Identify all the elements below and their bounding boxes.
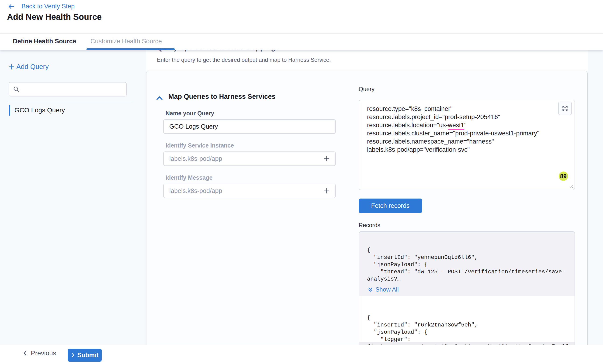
show-all-link[interactable]: Show All (368, 286, 568, 293)
sidebar-item-gco-logs-query[interactable]: GCO Logs Query (9, 105, 65, 116)
query-line: resource.type="k8s_container" (367, 105, 567, 113)
record-json-line: analysis?… (367, 275, 568, 283)
right-margin-strip (588, 49, 603, 345)
name-your-query-label: Name your Query (166, 110, 214, 117)
active-tab-underline (86, 48, 175, 50)
add-query-button[interactable]: Add Query (8, 63, 49, 71)
record-json-line: "insertId": "r6rk2tnah3owf5eh", (367, 321, 568, 329)
record-json-line: "io.harness.service.intfc.ContinuousVeri… (367, 343, 568, 345)
query-name-input[interactable] (169, 123, 330, 130)
back-to-verify-step-link[interactable]: Back to Verify Step (7, 3, 75, 10)
query-line: resource.labels.namespace_name="harness" (367, 137, 567, 146)
record-card-2: { "insertId": "r6rk2tnah3owf5eh", "jsonP… (367, 314, 568, 345)
collapse-section-toggle[interactable] (156, 95, 163, 101)
add-health-source-page: Back to Verify Step Add New Health Sourc… (0, 0, 603, 364)
records-panel: { "insertId": "yennepun0qtd6ll6", "jsonP… (359, 231, 575, 345)
previous-label: Previous (31, 350, 56, 357)
show-all-label: Show All (375, 286, 399, 293)
back-link-label: Back to Verify Step (22, 3, 75, 10)
service-instance-field-wrap (163, 151, 336, 166)
record-json-line: "logger": (367, 336, 568, 343)
submit-label: Submit (77, 352, 99, 359)
message-input[interactable] (169, 187, 320, 195)
chevron-left-icon (22, 350, 27, 356)
service-instance-input[interactable] (169, 155, 320, 163)
tab-customize-health-source[interactable]: Customize Health Source (91, 38, 162, 45)
sidebar-divider (9, 102, 132, 102)
fullscreen-expand-icon (561, 105, 568, 112)
tab-bar: Define Health Source Customize Health So… (0, 33, 603, 50)
add-message-path-icon[interactable] (323, 187, 330, 194)
query-line: resource.labels.project_id="prod-setup-2… (367, 113, 567, 121)
double-chevron-down-icon (368, 287, 373, 293)
map-queries-section-title: Map Queries to Harness Services (168, 93, 275, 101)
query-search-box (9, 82, 127, 96)
arrow-left-icon (7, 3, 15, 10)
record-card-1: { "insertId": "yennepun0qtd6ll6", "jsonP… (359, 232, 575, 296)
resize-grip-icon[interactable] (569, 184, 573, 189)
query-textarea[interactable]: resource.type="k8s_container" resource.l… (359, 100, 575, 190)
add-query-label: Add Query (16, 63, 49, 71)
section-subtitle: Enter the query to get the desired outpu… (157, 57, 331, 63)
selected-query-indicator (9, 105, 10, 116)
query-line: resource.labels.location="us-west1" (367, 121, 567, 129)
identify-message-label: Identify Message (166, 174, 212, 181)
query-line: labels.k8s-pod/app="verification-svc" (367, 146, 567, 154)
add-service-instance-path-icon[interactable] (323, 155, 330, 162)
plus-icon (8, 64, 15, 70)
previous-button[interactable]: Previous (20, 348, 58, 358)
query-item-label: GCO Logs Query (14, 106, 65, 114)
record-json-line: "insertId": "yennepun0qtd6ll6", (367, 254, 568, 261)
query-line: resource.labels.cluster_name="prod-priva… (367, 129, 567, 137)
message-field-wrap (163, 184, 336, 198)
chevron-right-icon (71, 352, 75, 358)
fetch-records-button[interactable]: Fetch records (359, 199, 422, 213)
search-icon (13, 86, 20, 93)
query-name-field-wrap (163, 119, 336, 134)
record-json-line: "jsonPayload": { (367, 261, 568, 268)
identify-service-instance-label: Identify Service Instance (166, 142, 234, 149)
spellcheck-underlined-word: west1 (448, 122, 464, 130)
query-character-count-badge: 89 (559, 171, 568, 181)
expand-query-button[interactable] (558, 102, 572, 115)
record-json-line: { (367, 314, 568, 321)
tab-define-health-source[interactable]: Define Health Source (13, 38, 76, 45)
record-json-line: "jsonPayload": { (367, 329, 568, 336)
submit-button[interactable]: Submit (68, 349, 102, 362)
query-label: Query (359, 86, 374, 92)
query-search-input[interactable] (22, 86, 122, 93)
record-json-line: { (367, 247, 568, 254)
records-label: Records (359, 222, 380, 229)
record-json-line: "thread": "dw-125 - POST /verification/t… (367, 268, 568, 275)
footer-bar: Previous Submit (0, 345, 603, 364)
page-title: Add New Health Source (7, 12, 102, 22)
chevron-up-icon (156, 95, 163, 101)
